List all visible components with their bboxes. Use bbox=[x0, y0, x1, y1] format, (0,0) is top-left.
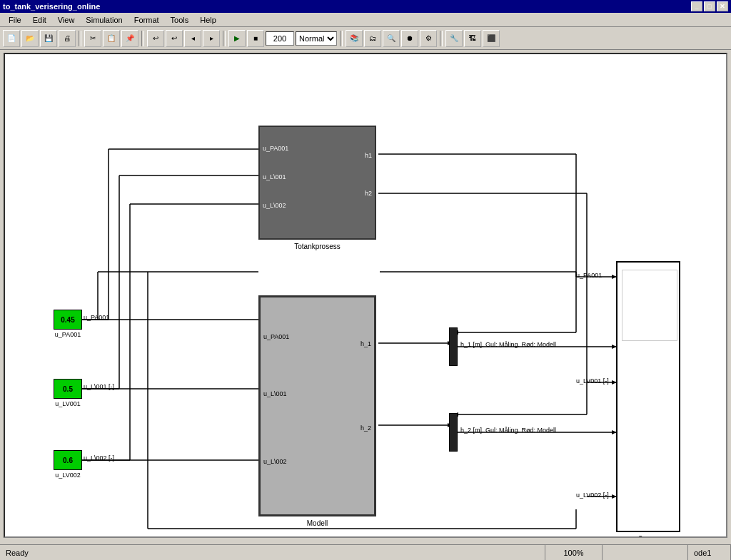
scope-in-lv001: u_LV001 [-] bbox=[576, 377, 609, 385]
sep2 bbox=[141, 31, 144, 46]
minimize-button[interactable]: _ bbox=[691, 1, 702, 11]
totankprosess-label: Totankprosess bbox=[258, 243, 376, 250]
menu-format[interactable]: Format bbox=[128, 14, 165, 26]
scope-label: Scope bbox=[616, 535, 680, 538]
redo-button[interactable]: ↩ bbox=[166, 30, 183, 47]
menu-simulation[interactable]: Simulation bbox=[80, 14, 128, 26]
sep4 bbox=[340, 31, 343, 46]
status-bar: Ready 100% ode1 bbox=[0, 544, 731, 560]
sep3 bbox=[223, 31, 226, 46]
ext-btn[interactable]: ⬛ bbox=[483, 30, 500, 47]
const-u-lv001[interactable]: 0.5 bbox=[54, 379, 82, 399]
copy-button[interactable]: 📋 bbox=[103, 30, 120, 47]
debug-btn[interactable]: 🔍 bbox=[383, 30, 400, 47]
stop-button[interactable]: ■ bbox=[247, 30, 264, 47]
h1-wire-label: h_1 [m]. Gul: Måling. Rød: Modell bbox=[460, 341, 556, 348]
menu-view[interactable]: View bbox=[52, 14, 81, 26]
open-button[interactable]: 📂 bbox=[21, 30, 39, 47]
nav-fwd[interactable]: ▸ bbox=[203, 30, 220, 47]
const-u-pa001-label: u_PA001 bbox=[42, 331, 94, 338]
close-button[interactable]: ✕ bbox=[717, 1, 728, 11]
window-controls[interactable]: _ □ ✕ bbox=[691, 1, 728, 11]
mux1-block[interactable] bbox=[449, 327, 458, 366]
status-solver: ode1 bbox=[688, 545, 731, 560]
wire-label-lv001: u_L\001 [-] bbox=[84, 383, 114, 390]
model-browser[interactable]: 🗂 bbox=[364, 30, 381, 47]
title-bar: to_tank_verisering_online _ □ ✕ bbox=[0, 0, 731, 13]
sim-time-input[interactable] bbox=[266, 31, 294, 46]
wire-label-pa001: u_PA001 bbox=[84, 314, 109, 321]
const-u-lv001-label: u_LV001 bbox=[42, 400, 94, 407]
mux2-block[interactable] bbox=[449, 413, 458, 452]
totankprosess-block[interactable]: u_PA001 u_L\001 u_L\002 h1 h2 bbox=[258, 126, 376, 240]
sim-mode-select[interactable]: Normal bbox=[296, 31, 337, 46]
new-button[interactable]: 📄 bbox=[3, 30, 20, 47]
rtw-btn[interactable]: 🔧 bbox=[445, 30, 463, 47]
menu-file[interactable]: File bbox=[3, 14, 27, 26]
menu-bar: File Edit View Simulation Format Tools H… bbox=[0, 13, 731, 27]
record-btn[interactable]: ⏺ bbox=[401, 30, 418, 47]
sep1 bbox=[79, 31, 81, 46]
undo-button[interactable]: ↩ bbox=[147, 30, 164, 47]
h2-wire-label: h_2 [m]. Gul: Måling. Rød: Modell bbox=[460, 427, 556, 434]
status-zoom: 100% bbox=[545, 545, 603, 560]
paste-button[interactable]: 📌 bbox=[121, 30, 138, 47]
status-empty bbox=[603, 545, 688, 560]
status-ready: Ready bbox=[0, 545, 545, 560]
config-btn[interactable]: ⚙ bbox=[420, 30, 437, 47]
sep5 bbox=[440, 31, 443, 46]
const-u-lv002[interactable]: 0.6 bbox=[54, 450, 82, 470]
modell-block[interactable]: u_PA001 u_L\001 u_L\002 h_1 h_2 bbox=[258, 295, 376, 516]
menu-tools[interactable]: Tools bbox=[165, 14, 195, 26]
modell-label: Modell bbox=[258, 519, 376, 527]
canvas: u_PA001 u_L\001 u_L\002 h1 h2 Totankpros… bbox=[4, 53, 727, 538]
menu-edit[interactable]: Edit bbox=[27, 14, 52, 26]
scope-in-pa001: u_PA001 bbox=[576, 272, 602, 279]
cut-button[interactable]: ✂ bbox=[84, 30, 101, 47]
print-button[interactable]: 🖨 bbox=[59, 30, 76, 47]
save-button[interactable]: 💾 bbox=[40, 30, 57, 47]
build-btn[interactable]: 🏗 bbox=[464, 30, 481, 47]
scope-in-lv002: u_LV002 [-] bbox=[576, 492, 609, 499]
play-button[interactable]: ▶ bbox=[228, 30, 246, 47]
menu-help[interactable]: Help bbox=[194, 14, 222, 26]
lib-button[interactable]: 📚 bbox=[346, 30, 363, 47]
toolbar: 📄 📂 💾 🖨 ✂ 📋 📌 ↩ ↩ ◂ ▸ ▶ ■ Normal 📚 🗂 🔍 ⏺… bbox=[0, 27, 731, 50]
window-title: to_tank_verisering_online bbox=[3, 2, 100, 11]
nav-back[interactable]: ◂ bbox=[184, 30, 201, 47]
const-u-pa001[interactable]: 0.45 bbox=[54, 310, 82, 330]
const-u-lv002-label: u_LV002 bbox=[42, 472, 94, 479]
scope-block[interactable] bbox=[616, 261, 680, 532]
maximize-button[interactable]: □ bbox=[704, 1, 715, 11]
wire-label-lv002: u_L\002 [-] bbox=[84, 454, 114, 462]
